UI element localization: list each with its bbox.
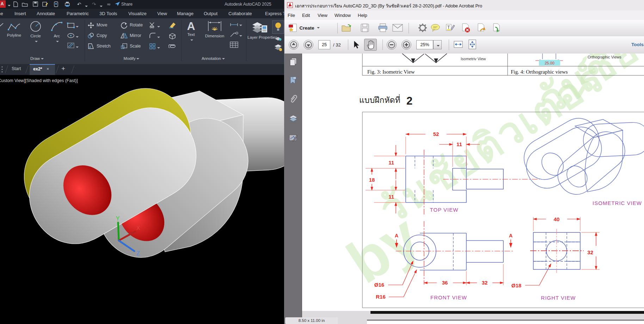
tab-parametric[interactable]: Parametric [67, 11, 89, 16]
move-button[interactable]: Move [97, 23, 108, 27]
file-tab-menu-icon[interactable] [1, 66, 4, 74]
settings-gear-icon[interactable] [418, 23, 428, 34]
array-icon[interactable] [149, 43, 160, 51]
plot-icon[interactable] [64, 1, 70, 7]
highlight-text-icon[interactable]: T [445, 23, 455, 34]
circle-button[interactable]: Circle [27, 20, 44, 44]
redo-icon[interactable]: ↷ [91, 1, 97, 7]
next-page-button[interactable] [303, 40, 313, 50]
tab-collaborate[interactable]: Collaborate [228, 11, 252, 16]
tab-output[interactable]: Output [204, 11, 217, 16]
rectangle-tool-icon[interactable] [67, 23, 79, 30]
dimension-button[interactable]: Dimension [201, 20, 228, 38]
app-menu-caret-icon[interactable] [7, 3, 11, 8]
mirror-button[interactable]: Mirror [130, 33, 141, 38]
share-plane-icon[interactable] [114, 1, 120, 7]
menu-view[interactable]: View [318, 13, 327, 18]
menu-help[interactable]: Help [358, 13, 367, 18]
stretch-button[interactable]: Stretch [97, 44, 111, 49]
menu-file[interactable]: File [288, 13, 295, 18]
open-icon[interactable] [341, 23, 351, 34]
rotate-button[interactable]: Rotate [130, 23, 143, 27]
erase-icon[interactable] [168, 21, 176, 30]
qat-overflow-icon[interactable]: ≂ [106, 1, 112, 7]
line-tool-icon[interactable] [0, 22, 4, 32]
save-icon[interactable] [360, 23, 370, 34]
open-file-icon[interactable] [22, 1, 28, 7]
layer-on-button[interactable] [272, 20, 284, 34]
zoom-in-button[interactable] [401, 40, 411, 50]
signatures-icon[interactable] [288, 133, 298, 143]
new-file-icon[interactable] [13, 1, 19, 7]
menu-bar: File Edit View Window Help [284, 11, 644, 20]
modify-panel-label[interactable]: Modify [116, 56, 147, 61]
bookmarks-icon[interactable] [288, 75, 298, 85]
attachments-icon[interactable] [288, 94, 298, 104]
page-number-input[interactable] [318, 40, 330, 49]
new-tab-button[interactable]: + [61, 65, 65, 73]
comment-icon[interactable] [430, 24, 440, 33]
explode-icon[interactable] [168, 32, 176, 41]
layer-state-icon[interactable] [274, 44, 283, 53]
select-tool-icon[interactable] [351, 40, 361, 51]
fit-page-icon[interactable] [468, 39, 477, 51]
trim-icon[interactable] [149, 22, 160, 30]
tab-insert[interactable]: Insert [14, 11, 26, 16]
hatch-tool-icon[interactable] [67, 42, 79, 50]
layer-freeze-icon[interactable] [274, 35, 282, 42]
fit-width-icon[interactable] [453, 40, 464, 51]
zoom-out-button[interactable] [387, 40, 397, 50]
zoom-dropdown-button[interactable] [433, 40, 442, 49]
open-from-mobile-icon[interactable] [53, 1, 59, 7]
save-as-icon[interactable] [42, 1, 48, 7]
linear-dim-icon[interactable] [230, 22, 242, 28]
arc-button[interactable]: Arc [49, 20, 65, 44]
tab-express-tools[interactable]: Express Tools [265, 11, 284, 16]
leader-icon[interactable] [230, 32, 242, 39]
delete-pages-icon[interactable] [461, 23, 471, 34]
undo-icon[interactable]: ↶ [76, 1, 82, 7]
layer-properties-button[interactable]: Layer Properties [247, 20, 272, 39]
clip-icon[interactable] [168, 44, 176, 51]
save-icon[interactable] [32, 1, 38, 7]
scale-button[interactable]: Scale [130, 44, 141, 49]
menu-window[interactable]: Window [335, 13, 351, 18]
fillet-icon[interactable] [149, 32, 160, 40]
text-button[interactable]: A Text [184, 20, 198, 43]
tab-home[interactable]: Home [0, 11, 3, 16]
tab-3d-tools[interactable]: 3D Tools [99, 11, 117, 16]
insert-pages-icon[interactable] [492, 23, 502, 34]
file-tab-close-icon[interactable]: × [47, 67, 49, 71]
email-icon[interactable] [392, 24, 403, 33]
file-tab-ex2[interactable]: ex2* × [30, 64, 55, 76]
redo-caret-icon[interactable] [99, 4, 103, 8]
tab-manage[interactable]: Manage [177, 11, 194, 16]
scale-icon [121, 43, 128, 51]
iso-small-label: Isometriv View [461, 57, 486, 61]
file-tab-start[interactable]: Start [12, 66, 21, 71]
dim-36: 36 [442, 280, 448, 286]
draw-panel-label[interactable]: Draw [21, 56, 53, 61]
print-icon[interactable] [378, 23, 388, 34]
autocad-logo-icon[interactable]: A [0, 0, 6, 8]
zoom-level-input[interactable] [416, 40, 433, 49]
extract-pages-icon[interactable] [476, 23, 486, 34]
create-button[interactable]: Create [288, 23, 330, 33]
table-icon[interactable] [230, 42, 238, 49]
share-label[interactable]: Share [121, 2, 133, 7]
previous-page-button[interactable] [289, 40, 299, 50]
tab-annotate[interactable]: Annotate [37, 11, 55, 16]
tab-view[interactable]: View [157, 11, 167, 16]
ellipse-tool-icon[interactable] [67, 33, 79, 40]
tab-visualize[interactable]: Visualize [128, 11, 147, 16]
annotation-panel-label[interactable]: Annotation [197, 56, 229, 61]
tools-panel-label[interactable]: Tools [631, 42, 644, 47]
polyline-button[interactable]: Polyline [5, 21, 24, 37]
copy-button[interactable]: Copy [97, 33, 107, 38]
autocad-viewport[interactable]: [Custom View][Shaded with edges (Fast)] [0, 75, 284, 324]
hand-tool-button[interactable] [364, 39, 377, 51]
undo-caret-icon[interactable] [84, 4, 88, 8]
layers-icon[interactable] [288, 113, 298, 123]
page-thumbnails-icon[interactable] [288, 57, 298, 67]
menu-edit[interactable]: Edit [302, 13, 310, 18]
